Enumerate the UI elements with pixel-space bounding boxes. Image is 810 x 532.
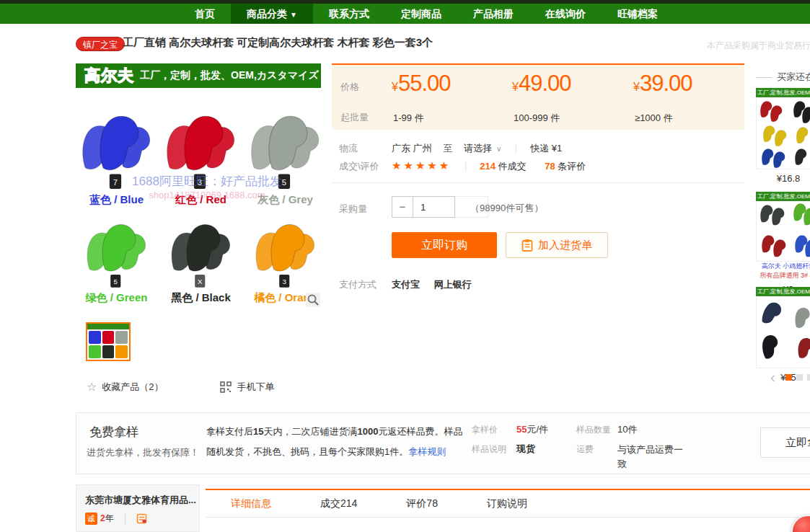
payment-netbank[interactable]: 网上银行 (434, 279, 472, 290)
get-sample-button[interactable]: 立即拿样 (760, 427, 810, 458)
sidebar-pagination: ‹ (756, 372, 810, 382)
color-option-blue[interactable]: 7 蓝色 / Blue (76, 107, 157, 207)
thumbnail-banner (87, 324, 129, 329)
divider: ｜ (120, 511, 131, 526)
nav-contact[interactable]: 联系方式 (313, 4, 385, 24)
review-count[interactable]: 78 (545, 161, 555, 172)
price-tier-3: ¥39.00 ≥1000 件 (633, 71, 749, 97)
nav-categories[interactable]: 商品分类▼ (231, 4, 313, 24)
related-caption-2: 所有品牌通用 3# 4# (756, 271, 810, 280)
favorite-product-link[interactable]: 收藏产品（2） (102, 381, 163, 394)
related-image-2 (756, 201, 810, 262)
magnifier-icon[interactable] (306, 293, 320, 307)
sample-price-value: 55元/件 (516, 423, 548, 436)
sample-subtitle: 进货先拿样，批发有保障！ (87, 446, 199, 459)
trade-note: 本产品采购属于商业贸易行为 (707, 40, 810, 52)
headcover-image-blue: 7 (79, 107, 154, 193)
price-label: 价格 (340, 81, 359, 94)
star-outline-icon[interactable]: ☆ (87, 380, 97, 394)
quantity-input[interactable] (413, 196, 455, 218)
deal-count[interactable]: 214 (480, 161, 496, 172)
payment-methods: 支付宝 网上银行 (392, 278, 483, 291)
payment-alipay[interactable]: 支付宝 (392, 279, 420, 290)
sample-rule-link[interactable]: 拿样规则 (408, 446, 446, 457)
add-to-purchase-list-button[interactable]: 加入进货单 (506, 232, 608, 258)
caret-down-icon: ▼ (290, 11, 297, 19)
headcover-image-green: 5 (79, 216, 154, 291)
related-caption-1: 高尔夫 小鸡翅杆套 (756, 262, 810, 271)
express-fee: 快递 ¥1 (530, 143, 562, 154)
tier-qty-3: ≥1000 件 (635, 112, 673, 125)
page: 首页 商品分类▼ 联系方式 定制商品 产品相册 在线询价 旺铺档案 镇厂之宝 工… (0, 0, 810, 532)
store-years: 2年 (100, 513, 114, 525)
related-banner: 工厂,定制,批发,OEM (756, 192, 810, 201)
destination-select[interactable]: 请选择∨ (464, 143, 501, 154)
nav-custom[interactable]: 定制商品 (385, 4, 457, 24)
currency-symbol: ¥ (392, 81, 398, 93)
product-title: 工厂直销 高尔夫球杆套 可定制高尔夫球杆套 木杆套 彩色一套3个 (123, 36, 433, 50)
nav-album[interactable]: 产品相册 (457, 4, 529, 24)
svg-text:5: 5 (281, 178, 286, 187)
sample-description: 拿样支付后15天内，二次店铺进货满1000元返还样品费。样品 随机发货，不挑色、… (206, 422, 480, 462)
deal-rating-value: ★★★★★ ｜ 214 件成交 78 条评价 (392, 159, 586, 173)
color-option-orange[interactable]: 3 橘色 / Orang (245, 216, 326, 305)
related-product-1[interactable]: 工厂,定制,批发,OEM ¥16.8 (756, 88, 810, 184)
tab-detail-info[interactable]: 详细信息 (231, 497, 271, 510)
store-name: 东莞市塘厦文雅体育用品... (85, 494, 196, 507)
sample-title: 免费拿样 (89, 424, 138, 440)
quantity-label: 采购量 (339, 203, 367, 216)
free-sample-section: 免费拿样 进货先拿样，批发有保障！ 拿样支付后15天内，二次店铺进货满1000元… (76, 412, 810, 474)
tab-reviews[interactable]: 评价78 (406, 497, 438, 510)
related-image-1 (756, 97, 810, 169)
tier-qty-1: 1-99 件 (393, 112, 424, 125)
sample-ship-label: 运费 (576, 443, 594, 456)
header-dash (756, 77, 772, 78)
color-option-red[interactable]: 3 红色 / Red (160, 107, 242, 207)
pager-dot-active[interactable] (785, 374, 792, 381)
divider-line (332, 182, 744, 183)
related-product-2[interactable]: 工厂,定制,批发,OEM 高尔夫 小鸡翅杆套 所有品牌通用 3# 4# ¥9 (756, 192, 810, 295)
quantity-minus-button[interactable]: − (392, 196, 413, 218)
main-nav: 首页 商品分类▼ 联系方式 定制商品 产品相册 在线询价 旺铺档案 (0, 4, 810, 24)
svg-text:7: 7 (113, 178, 117, 187)
currency-symbol: ¥ (633, 81, 640, 93)
sample-desc-value: 现货 (516, 443, 535, 456)
mobile-order-link[interactable]: 手机下单 (237, 381, 275, 394)
color-option-grey[interactable]: 5 灰色 / Grey (245, 107, 326, 207)
rating-stars-icon: ★★★★★ (392, 159, 451, 172)
gallery-thumbnail-selected[interactable] (86, 322, 131, 361)
pager-dot[interactable] (807, 374, 810, 381)
headcover-image-orange: 3 (248, 216, 323, 291)
clipboard-icon (521, 239, 533, 252)
sample-desc-label: 样品说明 (472, 443, 506, 456)
store-card[interactable]: 东莞市塘厦文雅体育用品... 诚 2年 ｜ (76, 484, 200, 532)
medal-doc-icon (136, 513, 147, 524)
detail-tabs: 详细信息 成交214 评价78 订购说明 (206, 489, 810, 518)
deal-unit: 件成交 (498, 161, 527, 172)
price-box: 价格 起批量 ¥55.00 1-99 件 ¥49.00 100-999 件 ¥3… (332, 63, 744, 130)
color-label-blue: 蓝色 / Blue (76, 193, 157, 207)
nav-home[interactable]: 首页 (179, 4, 231, 24)
logistics-label: 物流 (339, 142, 358, 155)
pager-dot[interactable] (796, 374, 803, 381)
color-option-black[interactable]: X 黑色 / Black (160, 216, 242, 305)
related-product-3[interactable]: 工厂,定制,批发,OEM ¥15 (756, 287, 810, 383)
nav-inquiry[interactable]: 在线询价 (529, 4, 602, 24)
related-banner: 工厂,定制,批发,OEM (756, 88, 810, 97)
svg-text:3: 3 (282, 278, 286, 285)
stock-note: （98990件可售） (470, 202, 543, 215)
order-now-button[interactable]: 立即订购 (392, 232, 497, 258)
sample-ship-value: 与该产品运费一致 (617, 443, 684, 471)
color-option-green[interactable]: 5 绿色 / Green (76, 216, 157, 305)
sample-qty-label: 样品数量 (576, 424, 611, 436)
tier-qty-2: 100-999 件 (514, 112, 560, 125)
related-price-1: ¥16.8 (756, 169, 810, 184)
headcover-image-grey: 5 (248, 107, 323, 193)
pager-prev-icon[interactable]: ‹ (770, 372, 775, 382)
color-label-black: 黑色 / Black (160, 291, 242, 305)
tab-deals[interactable]: 成交214 (320, 497, 357, 510)
divider: ｜ (511, 143, 521, 154)
price-tier-1: ¥55.00 1-99 件 (392, 71, 507, 97)
nav-archive[interactable]: 旺铺档案 (602, 4, 674, 24)
tab-order-notes[interactable]: 订购说明 (487, 497, 527, 510)
